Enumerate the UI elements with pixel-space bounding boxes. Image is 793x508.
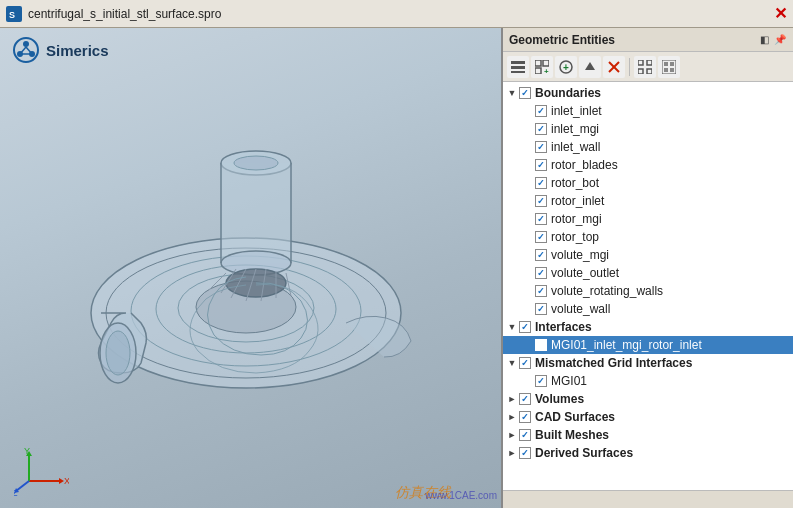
- panel-controls: ◧ 📌: [757, 33, 787, 47]
- tree-arrow-built_meshes[interactable]: [505, 428, 519, 442]
- panel-toolbar: + +: [503, 52, 793, 82]
- tree-label-boundaries: Boundaries: [535, 86, 601, 100]
- tree-label-volute_wall: volute_wall: [551, 302, 610, 316]
- tree-item-inlet_wall[interactable]: inlet_wall: [503, 138, 793, 156]
- geometric-entities-panel: Geometric Entities ◧ 📌 + +: [503, 28, 793, 508]
- checkbox-interfaces[interactable]: [519, 321, 531, 333]
- list-view-button[interactable]: [507, 56, 529, 78]
- status-bar: [503, 490, 793, 508]
- checkbox-rotor_blades[interactable]: [535, 159, 547, 171]
- 3d-model-svg: [46, 78, 466, 468]
- tree-item-volute_mgi[interactable]: volute_mgi: [503, 246, 793, 264]
- tree-label-volute_mgi: volute_mgi: [551, 248, 609, 262]
- axes-indicator: X Y Z: [14, 446, 69, 498]
- tree-label-rotor_bot: rotor_bot: [551, 176, 599, 190]
- tree-arrow-cad_surfaces[interactable]: [505, 410, 519, 424]
- tree-item-built_meshes[interactable]: Built Meshes: [503, 426, 793, 444]
- svg-rect-42: [511, 71, 525, 73]
- tree-item-mgi01_inlet_mgi_rotor_inlet[interactable]: MGI01_inlet_mgi_rotor_inlet: [503, 336, 793, 354]
- svg-rect-52: [638, 60, 643, 65]
- tree-item-inlet_inlet[interactable]: inlet_inlet: [503, 102, 793, 120]
- tree-label-interfaces: Interfaces: [535, 320, 592, 334]
- tree-item-mgi01_mgi[interactable]: MGI01: [503, 372, 793, 390]
- pin-button[interactable]: 📌: [773, 33, 787, 47]
- tree-arrow-interfaces[interactable]: [505, 320, 519, 334]
- checkbox-rotor_bot[interactable]: [535, 177, 547, 189]
- delete-button[interactable]: [603, 56, 625, 78]
- add-item-button[interactable]: +: [555, 56, 577, 78]
- checkbox-derived_surfaces[interactable]: [519, 447, 531, 459]
- checkbox-built_meshes[interactable]: [519, 429, 531, 441]
- options-button[interactable]: [658, 56, 680, 78]
- tree-arrow-volumes[interactable]: [505, 392, 519, 406]
- tree-label-volute_rotating_walls: volute_rotating_walls: [551, 284, 663, 298]
- tree-arrow-mismatched[interactable]: [505, 356, 519, 370]
- add-boundary-button[interactable]: +: [531, 56, 553, 78]
- tree-label-volumes: Volumes: [535, 392, 584, 406]
- checkbox-mgi01_inlet_mgi_rotor_inlet[interactable]: [535, 339, 547, 351]
- svg-text:+: +: [563, 62, 569, 73]
- checkbox-rotor_inlet[interactable]: [535, 195, 547, 207]
- move-up-button[interactable]: [579, 56, 601, 78]
- checkbox-volumes[interactable]: [519, 393, 531, 405]
- svg-rect-55: [647, 69, 652, 74]
- tree-item-rotor_bot[interactable]: rotor_bot: [503, 174, 793, 192]
- simerics-logo-text: Simerics: [46, 42, 109, 59]
- main-layout: Simerics: [0, 28, 793, 508]
- tree-item-volute_rotating_walls[interactable]: volute_rotating_walls: [503, 282, 793, 300]
- tree-item-rotor_blades[interactable]: rotor_blades: [503, 156, 793, 174]
- checkbox-boundaries[interactable]: [519, 87, 531, 99]
- tree-item-inlet_mgi[interactable]: inlet_mgi: [503, 120, 793, 138]
- svg-line-7: [26, 47, 32, 54]
- checkbox-cad_surfaces[interactable]: [519, 411, 531, 423]
- close-button[interactable]: ✕: [774, 4, 787, 23]
- tree-item-volumes[interactable]: Volumes: [503, 390, 793, 408]
- svg-rect-57: [664, 62, 668, 66]
- viewport: Simerics: [0, 28, 503, 508]
- svg-point-30: [234, 156, 278, 170]
- tree-label-rotor_top: rotor_top: [551, 230, 599, 244]
- window-title: centrifugal_s_initial_stl_surface.spro: [28, 7, 774, 21]
- checkbox-volute_rotating_walls[interactable]: [535, 285, 547, 297]
- tree-item-volute_outlet[interactable]: volute_outlet: [503, 264, 793, 282]
- checkbox-volute_outlet[interactable]: [535, 267, 547, 279]
- title-bar: S centrifugal_s_initial_stl_surface.spro…: [0, 0, 793, 28]
- app-icon: S: [6, 6, 22, 22]
- toolbar-separator: [629, 58, 630, 76]
- tree-item-mismatched[interactable]: Mismatched Grid Interfaces: [503, 354, 793, 372]
- watermark-url: www.1CAE.com: [425, 488, 497, 502]
- checkbox-rotor_top[interactable]: [535, 231, 547, 243]
- svg-rect-58: [670, 62, 674, 66]
- svg-rect-53: [647, 60, 652, 65]
- tree-item-rotor_top[interactable]: rotor_top: [503, 228, 793, 246]
- svg-text:S: S: [9, 10, 15, 20]
- tree-item-cad_surfaces[interactable]: CAD Surfaces: [503, 408, 793, 426]
- checkbox-volute_wall[interactable]: [535, 303, 547, 315]
- undock-button[interactable]: ◧: [757, 33, 771, 47]
- panel-title: Geometric Entities: [509, 33, 615, 47]
- checkbox-rotor_mgi[interactable]: [535, 213, 547, 225]
- tree-label-rotor_mgi: rotor_mgi: [551, 212, 602, 226]
- tree-item-volute_wall[interactable]: volute_wall: [503, 300, 793, 318]
- checkbox-inlet_inlet[interactable]: [535, 105, 547, 117]
- entity-tree[interactable]: Boundariesinlet_inletinlet_mgiinlet_wall…: [503, 82, 793, 490]
- tree-item-derived_surfaces[interactable]: Derived Surfaces: [503, 444, 793, 462]
- checkbox-inlet_wall[interactable]: [535, 141, 547, 153]
- svg-rect-40: [511, 61, 525, 64]
- checkbox-mismatched[interactable]: [519, 357, 531, 369]
- tree-item-rotor_mgi[interactable]: rotor_mgi: [503, 210, 793, 228]
- svg-text:Z: Z: [14, 488, 18, 496]
- simerics-logo: Simerics: [12, 36, 109, 64]
- panel-title-bar: Geometric Entities ◧ 📌: [503, 28, 793, 52]
- tree-label-rotor_blades: rotor_blades: [551, 158, 618, 172]
- tree-item-rotor_inlet[interactable]: rotor_inlet: [503, 192, 793, 210]
- checkbox-mgi01_mgi[interactable]: [535, 375, 547, 387]
- tree-arrow-boundaries[interactable]: [505, 86, 519, 100]
- tree-label-inlet_wall: inlet_wall: [551, 140, 600, 154]
- tree-item-interfaces[interactable]: Interfaces: [503, 318, 793, 336]
- checkbox-volute_mgi[interactable]: [535, 249, 547, 261]
- tree-item-boundaries[interactable]: Boundaries: [503, 84, 793, 102]
- fit-view-button[interactable]: [634, 56, 656, 78]
- tree-arrow-derived_surfaces[interactable]: [505, 446, 519, 460]
- checkbox-inlet_mgi[interactable]: [535, 123, 547, 135]
